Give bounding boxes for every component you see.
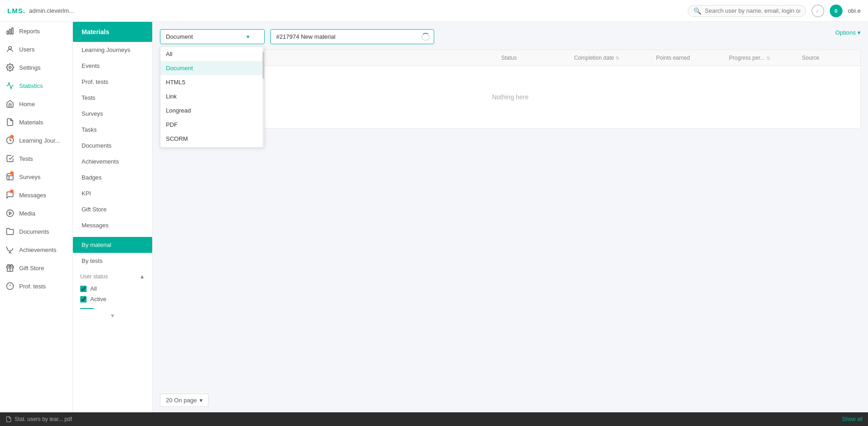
sidebar-item-prof-tests-label: Prof. tests bbox=[19, 283, 46, 290]
sub-sidebar-item-tasks[interactable]: Tasks bbox=[73, 122, 152, 138]
sidebar-item-home[interactable]: Home bbox=[0, 95, 72, 113]
options-chevron-icon: ▾ bbox=[858, 29, 861, 36]
bottom-bar: Stat. users by lear... pdf Show all bbox=[0, 412, 868, 426]
trophy-icon bbox=[5, 245, 15, 254]
th-completion-date[interactable]: Completion date ⇅ bbox=[569, 50, 651, 66]
learning-journeys-badge bbox=[10, 135, 14, 139]
sub-sidebar-item-badges[interactable]: Badges bbox=[73, 169, 152, 185]
sub-sidebar-item-learning-journeys[interactable]: Learning Journeys bbox=[73, 42, 152, 58]
sidebar-item-users[interactable]: Users bbox=[0, 40, 72, 58]
sidebar-item-media-label: Media bbox=[19, 210, 35, 217]
sidebar-item-materials[interactable]: Materials bbox=[0, 113, 72, 131]
pdf-icon bbox=[5, 416, 12, 422]
sidebar-item-reports[interactable]: Reports bbox=[0, 22, 72, 40]
sidebar-item-lj-label: Learning Jour... bbox=[19, 137, 60, 144]
sidebar-item-materials-label: Materials bbox=[19, 119, 43, 126]
main-content: Document ▾ All Document HTML5 Link Longr… bbox=[153, 22, 868, 412]
material-search-wrapper bbox=[270, 29, 434, 44]
username-label: obi.e bbox=[848, 7, 861, 14]
th-progress[interactable]: Progress per... ⇅ bbox=[724, 50, 796, 66]
sidebar-item-documents-label: Documents bbox=[19, 228, 49, 235]
type-dropdown-btn[interactable]: Document ▾ bbox=[160, 29, 265, 44]
sub-sidebar-item-messages[interactable]: Messages bbox=[73, 217, 152, 233]
sub-sidebar-item-kpi[interactable]: KPI bbox=[73, 185, 152, 201]
dropdown-chevron-icon: ▾ bbox=[247, 33, 250, 40]
type-dropdown-wrapper: Document ▾ All Document HTML5 Link Longr… bbox=[160, 29, 265, 44]
sub-sidebar-by-tests[interactable]: By tests bbox=[73, 253, 152, 269]
dropdown-option-html5[interactable]: HTML5 bbox=[160, 75, 264, 89]
svg-marker-10 bbox=[10, 212, 12, 215]
svg-rect-0 bbox=[7, 31, 8, 34]
pagination-bar: 20 On page ▾ bbox=[153, 388, 868, 412]
sidebar-item-media[interactable]: Media bbox=[0, 204, 72, 222]
document-icon bbox=[5, 118, 15, 127]
sidebar-item-prof-tests[interactable]: Prof. tests bbox=[0, 277, 72, 295]
messages-badge bbox=[10, 190, 14, 193]
sidebar-scroll-down[interactable]: ▼ bbox=[73, 311, 152, 321]
dropdown-option-longread[interactable]: Longread bbox=[160, 103, 264, 118]
sidebar-item-gift-store[interactable]: Gift Store bbox=[0, 259, 72, 277]
dropdown-option-scorm[interactable]: SCORM bbox=[160, 132, 264, 146]
sidebar-item-learning-journeys[interactable]: Learning Jour... bbox=[0, 131, 72, 149]
material-search-input[interactable] bbox=[270, 29, 434, 44]
sidebar-item-surveys[interactable]: Surveys bbox=[0, 168, 72, 186]
table-header: Name Status Completion date ⇅ Points ear… bbox=[160, 50, 860, 66]
sidebar-item-statistics[interactable]: Statistics bbox=[0, 77, 72, 95]
user-status-active[interactable]: Active bbox=[80, 294, 145, 304]
sidebar-item-surveys-label: Surveys bbox=[19, 174, 41, 180]
th-status: Status bbox=[496, 50, 569, 66]
test-icon bbox=[5, 154, 15, 163]
per-page-chevron-icon: ▾ bbox=[200, 397, 203, 404]
dropdown-scrollbar-thumb bbox=[262, 51, 264, 79]
sidebar-item-achievements[interactable]: Achievements bbox=[0, 241, 72, 259]
sidebar-item-tests[interactable]: Tests bbox=[0, 149, 72, 168]
dropdown-scrollbar bbox=[262, 47, 264, 147]
sub-sidebar-item-documents[interactable]: Documents bbox=[73, 138, 152, 154]
user-search-input[interactable] bbox=[705, 7, 800, 14]
main-layout: Reports Users Settings Statistics Home bbox=[0, 22, 868, 412]
sub-sidebar-item-prof-tests[interactable]: Prof. tests bbox=[73, 74, 152, 90]
avatar: 0 bbox=[830, 5, 842, 17]
topbar-domain: admin.cleverlm... bbox=[29, 7, 74, 14]
sidebar-item-settings-label: Settings bbox=[19, 64, 41, 71]
svg-point-9 bbox=[7, 210, 14, 217]
gift-icon bbox=[5, 263, 15, 272]
user-status-section: User status ▲ bbox=[73, 269, 152, 282]
dropdown-option-test[interactable]: Test bbox=[160, 146, 264, 147]
th-source: Source bbox=[796, 50, 860, 66]
dropdown-option-all[interactable]: All bbox=[160, 47, 264, 61]
sidebar-item-gift-store-label: Gift Store bbox=[19, 265, 44, 272]
per-page-button[interactable]: 20 On page ▾ bbox=[160, 394, 209, 407]
user-status-all-checkbox[interactable] bbox=[80, 286, 87, 292]
sidebar-item-achievements-label: Achievements bbox=[19, 246, 56, 253]
dropdown-option-document[interactable]: Document bbox=[160, 61, 264, 75]
results-table: Name Status Completion date ⇅ Points ear… bbox=[160, 50, 861, 128]
svg-point-4 bbox=[9, 67, 11, 69]
sub-sidebar-item-events[interactable]: Events bbox=[73, 58, 152, 74]
sidebar-item-messages[interactable]: Messages bbox=[0, 186, 72, 204]
sidebar-item-settings[interactable]: Settings bbox=[0, 58, 72, 77]
show-all-button[interactable]: Show all bbox=[842, 416, 863, 422]
topbar: LMS. admin.cleverlm... 🔍 ✓ 0 obi.e bbox=[0, 0, 868, 22]
user-status-active-checkbox[interactable] bbox=[80, 296, 87, 303]
svg-rect-1 bbox=[10, 29, 11, 34]
sidebar-item-users-label: Users bbox=[19, 46, 35, 53]
content-area: Document ▾ All Document HTML5 Link Longr… bbox=[153, 22, 868, 388]
user-status-all[interactable]: All bbox=[80, 283, 145, 294]
dropdown-option-link[interactable]: Link bbox=[160, 89, 264, 103]
sub-sidebar-item-surveys[interactable]: Surveys bbox=[73, 106, 152, 122]
sub-sidebar-item-gift-store[interactable]: Gift Store bbox=[73, 201, 152, 217]
user-status-chevron[interactable]: ▲ bbox=[139, 273, 145, 280]
topbar-left: LMS. admin.cleverlm... bbox=[7, 7, 74, 15]
sub-sidebar-item-achievements[interactable]: Achievements bbox=[73, 154, 152, 169]
sidebar-item-documents[interactable]: Documents bbox=[0, 222, 72, 241]
user-search-bar[interactable]: 🔍 bbox=[688, 5, 806, 17]
sidebar-item-tests-label: Tests bbox=[19, 155, 33, 162]
search-icon: 🔍 bbox=[693, 7, 701, 15]
options-button[interactable]: Options ▾ bbox=[835, 29, 861, 36]
sub-sidebar-by-material[interactable]: By material bbox=[73, 237, 152, 253]
gear-icon bbox=[5, 63, 15, 72]
sub-sidebar-item-tests[interactable]: Tests bbox=[73, 90, 152, 106]
dropdown-option-pdf[interactable]: PDF bbox=[160, 118, 264, 132]
dropdown-scroll-area: All Document HTML5 Link Longread PDF SCO… bbox=[160, 47, 264, 147]
